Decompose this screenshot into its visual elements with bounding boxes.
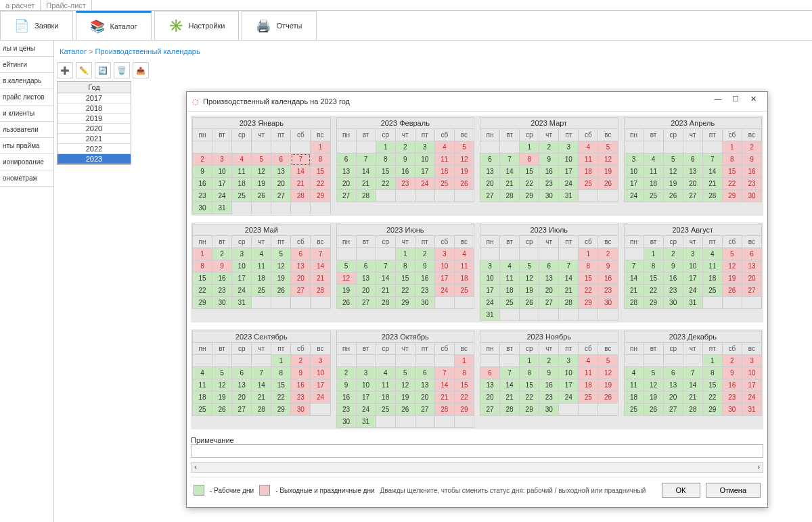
day-cell[interactable]: 29 [579, 297, 598, 309]
day-cell[interactable]: 3 [415, 141, 434, 153]
day-cell[interactable]: 3 [232, 248, 252, 260]
day-cell[interactable]: 20 [539, 285, 559, 297]
day-cell[interactable]: 12 [252, 166, 271, 178]
day-cell[interactable]: 17 [559, 166, 579, 178]
main-tab-Каталог[interactable]: 📚 Каталог [76, 11, 152, 40]
day-cell[interactable]: 28 [291, 190, 311, 202]
day-cell[interactable]: 30 [415, 297, 434, 309]
main-tab-Отчеты[interactable]: 🖨️ Отчеты [242, 11, 316, 40]
day-cell[interactable]: 22 [271, 392, 291, 404]
day-cell[interactable]: 14 [356, 166, 376, 178]
year-row[interactable]: 2017 [58, 93, 131, 103]
nav-item[interactable]: ионирование [0, 154, 53, 170]
day-cell[interactable]: 11 [376, 379, 395, 392]
day-cell[interactable]: 22 [454, 392, 474, 404]
day-cell[interactable]: 7 [624, 260, 644, 272]
day-cell[interactable]: 25 [252, 285, 271, 297]
refresh-icon[interactable]: 🔄 [95, 62, 111, 78]
day-cell[interactable]: 11 [624, 379, 644, 392]
day-cell[interactable]: 17 [212, 178, 232, 190]
top-tab[interactable]: а расчет [0, 0, 41, 10]
day-cell[interactable]: 9 [598, 260, 618, 272]
day-cell[interactable]: 25 [434, 178, 454, 190]
day-cell[interactable]: 30 [193, 202, 212, 214]
day-cell[interactable]: 12 [271, 260, 291, 272]
day-cell[interactable]: 6 [480, 153, 500, 166]
day-cell[interactable]: 22 [579, 285, 598, 297]
day-cell[interactable]: 13 [539, 272, 559, 285]
day-cell[interactable]: 9 [539, 153, 559, 166]
day-cell[interactable]: 21 [559, 285, 579, 297]
day-cell[interactable]: 16 [395, 166, 415, 178]
day-cell[interactable]: 20 [232, 392, 252, 404]
day-cell[interactable]: 8 [271, 367, 291, 379]
day-cell[interactable]: 7 [356, 153, 376, 166]
day-cell[interactable]: 6 [291, 248, 311, 260]
day-cell[interactable]: 25 [579, 178, 598, 190]
day-cell[interactable]: 2 [193, 153, 212, 166]
day-cell[interactable]: 21 [291, 178, 311, 190]
day-cell[interactable]: 9 [336, 379, 356, 392]
day-cell[interactable]: 5 [663, 153, 683, 166]
nav-item[interactable]: нты прайма [0, 138, 53, 154]
day-cell[interactable]: 25 [579, 392, 598, 404]
day-cell[interactable]: 23 [539, 178, 559, 190]
day-cell[interactable]: 18 [579, 166, 598, 178]
day-cell[interactable]: 13 [742, 260, 761, 272]
day-cell[interactable]: 8 [722, 153, 742, 166]
day-cell[interactable]: 19 [252, 178, 271, 190]
day-cell[interactable]: 25 [376, 404, 395, 416]
day-cell[interactable]: 1 [271, 355, 291, 367]
day-cell[interactable]: 4 [232, 153, 252, 166]
day-cell[interactable]: 28 [702, 190, 722, 202]
day-cell[interactable]: 29 [520, 404, 539, 416]
day-cell[interactable]: 18 [500, 285, 520, 297]
day-cell[interactable]: 19 [454, 166, 474, 178]
day-cell[interactable]: 27 [415, 404, 434, 416]
day-cell[interactable]: 3 [356, 367, 376, 379]
day-cell[interactable]: 29 [193, 297, 212, 309]
day-cell[interactable]: 5 [722, 248, 742, 260]
day-cell[interactable]: 10 [415, 153, 434, 166]
day-cell[interactable]: 15 [395, 272, 415, 285]
day-cell[interactable]: 7 [291, 153, 311, 166]
day-cell[interactable]: 1 [644, 248, 663, 260]
day-cell[interactable]: 12 [454, 153, 474, 166]
day-cell[interactable]: 11 [434, 153, 454, 166]
day-cell[interactable]: 10 [742, 367, 761, 379]
day-cell[interactable]: 5 [336, 260, 356, 272]
day-cell[interactable]: 16 [663, 272, 683, 285]
day-cell[interactable]: 9 [291, 367, 311, 379]
day-cell[interactable]: 9 [663, 260, 683, 272]
day-cell[interactable]: 4 [579, 141, 598, 153]
day-cell[interactable]: 31 [232, 297, 252, 309]
day-cell[interactable]: 2 [539, 355, 559, 367]
day-cell[interactable]: 3 [434, 248, 454, 260]
day-cell[interactable]: 6 [539, 260, 559, 272]
day-cell[interactable]: 4 [624, 367, 644, 379]
day-cell[interactable]: 24 [559, 178, 579, 190]
day-cell[interactable]: 8 [579, 260, 598, 272]
day-cell[interactable]: 14 [291, 166, 311, 178]
day-cell[interactable]: 1 [520, 355, 539, 367]
day-cell[interactable]: 2 [212, 248, 232, 260]
delete-icon[interactable]: 🗑️ [114, 62, 130, 78]
day-cell[interactable]: 5 [644, 367, 663, 379]
day-cell[interactable]: 7 [683, 367, 702, 379]
day-cell[interactable]: 14 [559, 272, 579, 285]
day-cell[interactable]: 22 [376, 178, 395, 190]
day-cell[interactable]: 11 [579, 153, 598, 166]
day-cell[interactable]: 22 [395, 285, 415, 297]
add-icon[interactable]: ➕ [57, 62, 73, 78]
day-cell[interactable]: 4 [252, 248, 271, 260]
day-cell[interactable]: 18 [193, 392, 212, 404]
day-cell[interactable]: 7 [500, 153, 520, 166]
day-cell[interactable]: 5 [252, 153, 271, 166]
day-cell[interactable]: 16 [539, 166, 559, 178]
day-cell[interactable]: 2 [539, 141, 559, 153]
day-cell[interactable]: 9 [722, 367, 742, 379]
day-cell[interactable]: 18 [232, 178, 252, 190]
day-cell[interactable]: 20 [356, 285, 376, 297]
day-cell[interactable]: 7 [311, 248, 330, 260]
day-cell[interactable]: 4 [579, 355, 598, 367]
